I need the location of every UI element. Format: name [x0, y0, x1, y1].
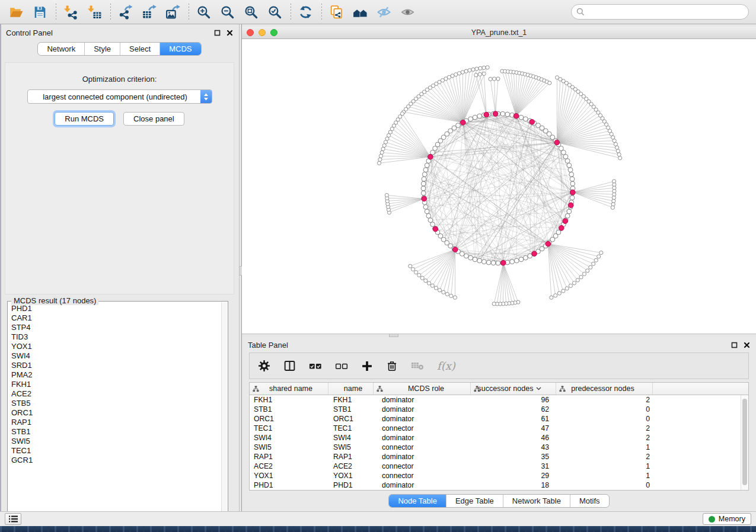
zoom-selected-button[interactable]	[266, 3, 283, 21]
tab-select[interactable]: Select	[120, 43, 160, 55]
mcds-result-item[interactable]: TEC1	[11, 446, 221, 456]
leaf-node[interactable]	[424, 279, 428, 283]
leaf-node[interactable]	[548, 81, 551, 85]
leaf-node[interactable]	[492, 77, 496, 81]
leaf-node[interactable]	[385, 193, 388, 197]
leaf-node[interactable]	[420, 276, 424, 280]
mcds-result-item[interactable]: YOX1	[11, 342, 221, 351]
leaf-node[interactable]	[417, 273, 421, 277]
show-columns-icon[interactable]	[283, 360, 296, 372]
mcds-dominator-node[interactable]	[570, 190, 576, 195]
table-row[interactable]: YOX1YOX1connector291	[250, 471, 748, 480]
table-row[interactable]: RAP1RAP1dominator352	[250, 452, 748, 462]
float-panel-icon[interactable]	[214, 30, 221, 36]
hide-selected-button[interactable]	[375, 3, 393, 21]
leaf-node[interactable]	[489, 77, 492, 81]
network-node[interactable]	[500, 111, 505, 116]
leaf-node[interactable]	[382, 144, 386, 148]
leaf-node[interactable]	[474, 73, 478, 76]
network-node[interactable]	[422, 172, 427, 177]
network-node[interactable]	[426, 213, 431, 218]
mcds-result-item[interactable]: SWI4	[11, 351, 221, 361]
network-node[interactable]	[473, 257, 477, 262]
leaf-node[interactable]	[475, 67, 479, 70]
network-node[interactable]	[519, 115, 524, 120]
tab-network-table[interactable]: Network Table	[503, 495, 570, 507]
delete-columns-trash-icon[interactable]	[386, 360, 398, 372]
leaf-node[interactable]	[411, 267, 414, 271]
mcds-dominator-node[interactable]	[554, 140, 560, 145]
mcds-result-item[interactable]: GCR1	[11, 456, 221, 465]
network-node[interactable]	[477, 258, 482, 263]
column-header-shared-name[interactable]: shared name	[250, 383, 328, 395]
mcds-dominator-node[interactable]	[513, 113, 519, 118]
leaf-node[interactable]	[496, 77, 500, 81]
leaf-node[interactable]	[379, 154, 382, 158]
network-node[interactable]	[519, 257, 524, 262]
network-node[interactable]	[510, 259, 515, 264]
network-node[interactable]	[423, 168, 428, 172]
mcds-node[interactable]	[532, 251, 537, 257]
network-node[interactable]	[468, 255, 473, 260]
mcds-result-item[interactable]: ACE2	[11, 389, 221, 399]
leaf-node[interactable]	[614, 142, 617, 146]
scrollbar-thumb[interactable]	[742, 399, 747, 485]
select-all-icon[interactable]	[309, 361, 322, 371]
network-node[interactable]	[570, 177, 575, 181]
add-column-icon[interactable]	[361, 360, 373, 372]
leaf-node[interactable]	[611, 206, 614, 209]
mcds-dominator-node[interactable]	[422, 196, 427, 201]
mcds-result-item[interactable]: SWI5	[11, 437, 221, 446]
column-header-successor-nodes[interactable]: successor nodes	[471, 383, 556, 395]
table-row[interactable]: TEC1TEC1connector472	[250, 424, 748, 433]
leaf-node[interactable]	[409, 264, 412, 268]
memory-button[interactable]: Memory	[703, 513, 751, 525]
mcds-dominator-node[interactable]	[461, 120, 466, 125]
close-panel-icon[interactable]	[744, 342, 750, 348]
leaf-node[interactable]	[482, 72, 486, 75]
column-header-name[interactable]: name	[328, 383, 374, 395]
leaf-node[interactable]	[597, 255, 601, 258]
zoom-in-button[interactable]	[194, 3, 212, 21]
leaf-node[interactable]	[615, 146, 618, 149]
network-node[interactable]	[423, 204, 428, 209]
table-row[interactable]: ORC1ORC1dominator610	[250, 414, 748, 424]
mcds-dominator-node[interactable]	[428, 154, 433, 159]
column-header-MCDS-role[interactable]: MCDS role	[374, 383, 471, 395]
refresh-view-button[interactable]	[296, 3, 314, 21]
leaf-node[interactable]	[378, 158, 382, 161]
leaf-node[interactable]	[400, 112, 404, 116]
save-session-button[interactable]	[31, 3, 49, 21]
table-row[interactable]: SWI5SWI5connector431	[250, 443, 748, 452]
leaf-node[interactable]	[377, 161, 381, 165]
tab-mcds[interactable]: MCDS	[160, 43, 200, 55]
network-node[interactable]	[428, 218, 433, 223]
network-node[interactable]	[505, 112, 510, 117]
network-node[interactable]	[570, 181, 575, 186]
deselect-all-icon[interactable]	[335, 361, 348, 371]
leaf-node[interactable]	[582, 272, 586, 275]
network-node[interactable]	[468, 117, 473, 121]
leaf-node[interactable]	[468, 69, 471, 72]
mcds-list-scrollbar[interactable]	[221, 302, 227, 520]
network-node[interactable]	[523, 255, 528, 260]
tab-style[interactable]: Style	[84, 43, 120, 55]
mcds-dominator-node[interactable]	[452, 247, 458, 252]
network-node[interactable]	[473, 115, 477, 120]
mcds-dominator-node[interactable]	[546, 241, 551, 246]
network-node[interactable]	[568, 168, 573, 172]
leaf-node[interactable]	[471, 68, 475, 71]
leaf-node[interactable]	[430, 284, 434, 287]
leaf-node[interactable]	[594, 258, 598, 262]
network-node[interactable]	[528, 254, 532, 258]
mcds-dominator-node[interactable]	[484, 112, 489, 117]
leaf-node[interactable]	[381, 147, 385, 150]
network-node[interactable]	[567, 163, 572, 168]
leaf-node[interactable]	[380, 150, 384, 154]
network-node[interactable]	[481, 259, 486, 264]
criterion-dropdown[interactable]: largest connected component (undirected)	[27, 89, 212, 104]
show-all-homes-button[interactable]	[351, 3, 369, 21]
network-node[interactable]	[430, 222, 435, 227]
import-network-button[interactable]	[62, 3, 79, 21]
network-node[interactable]	[565, 213, 570, 218]
